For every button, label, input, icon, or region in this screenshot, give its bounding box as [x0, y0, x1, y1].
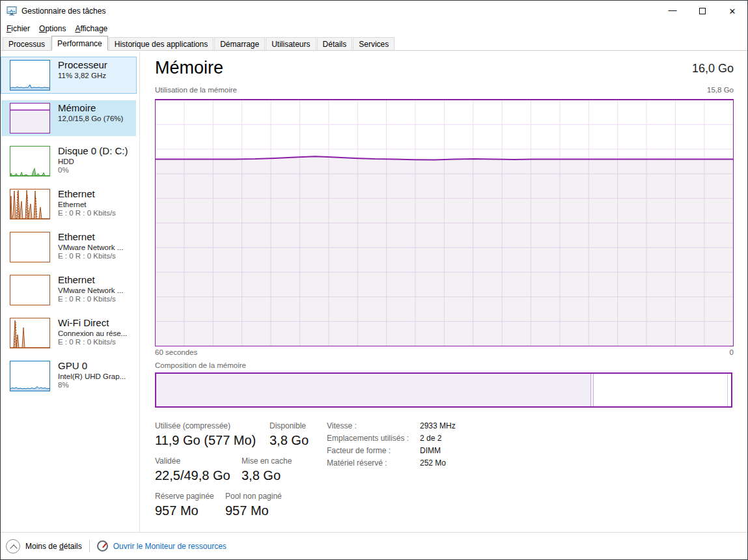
minimize-icon: —: [669, 5, 677, 15]
sidebar-ethernet2-name: VMware Network ...: [58, 244, 135, 251]
composition-used-segment: [156, 374, 591, 406]
time-axis-start: 60 secondes: [155, 348, 197, 356]
sidebar-ethernet2-title: Ethernet: [58, 231, 135, 242]
sidebar-gpu-title: GPU 0: [58, 360, 135, 371]
gpu-mini-chart: [10, 361, 50, 391]
memory-usage-line: [156, 156, 733, 160]
wifi-direct-mini-chart: [10, 318, 50, 348]
stat-committed: Validée 22,5/49,8 Go: [155, 456, 242, 483]
memory-stats: Utilisée (compressée) 11,9 Go (577 Mo) D…: [155, 421, 734, 527]
task-manager-window: Gestionnaire des tâches — ✕ Fichier Opti…: [0, 0, 748, 560]
stat-used: Utilisée (compressée) 11,9 Go (577 Mo): [155, 421, 270, 448]
page-title: Mémoire: [155, 58, 223, 78]
memory-panel: Mémoire 16,0 Go Utilisation de la mémoir…: [140, 51, 747, 532]
menu-options[interactable]: Options: [35, 23, 70, 35]
tab-historique-des-applications[interactable]: Historique des applications: [109, 37, 214, 50]
sidebar-ethernet1-traffic: E : 0 R : 0 Kbits/s: [58, 209, 135, 217]
sidebar-disk-title: Disque 0 (D: C:): [58, 145, 135, 156]
usage-chart-max: 15,8 Go: [707, 86, 734, 94]
sidebar-ethernet1-title: Ethernet: [58, 188, 135, 199]
memory-mini-chart: [10, 103, 50, 133]
stat-available: Disponible 3,8 Go: [270, 421, 309, 448]
sidebar-disk-usage: 0%: [58, 166, 135, 174]
time-axis-end: 0: [730, 348, 734, 356]
sidebar-item-ethernet-1[interactable]: Ethernet Ethernet E : 0 R : 0 Kbits/s: [1, 186, 136, 222]
sidebar-wifi-name: Connexion au rése...: [58, 329, 135, 337]
resource-monitor-icon: [97, 540, 108, 552]
window-title: Gestionnaire des tâches: [21, 7, 105, 16]
sidebar-item-cpu[interactable]: Processeur 11% 3,82 GHz: [1, 57, 136, 93]
memory-total: 16,0 Go: [692, 62, 734, 76]
tab-performance[interactable]: Performance: [51, 36, 108, 51]
tab-strip: Processus Performance Historique des app…: [1, 36, 747, 51]
detail-form-factor: Facteur de forme : DIMM: [327, 446, 456, 455]
taskmanager-icon: [7, 6, 17, 16]
tab-demarrage[interactable]: Démarrage: [214, 37, 265, 50]
ethernet1-mini-chart: [10, 189, 50, 219]
open-resource-monitor-link[interactable]: Ouvrir le Moniteur de ressources: [113, 542, 227, 551]
sidebar-item-ethernet-2[interactable]: Ethernet VMware Network ... E : 0 R : 0 …: [1, 229, 136, 265]
disk-mini-chart: [10, 146, 50, 176]
ethernet2-mini-chart: [10, 232, 50, 262]
maximize-button[interactable]: [687, 1, 717, 21]
sidebar-item-gpu[interactable]: GPU 0 Intel(R) UHD Grap... 8%: [1, 358, 136, 394]
sidebar-wifi-title: Wi-Fi Direct: [58, 317, 135, 328]
cpu-mini-chart: [10, 60, 50, 91]
sidebar-cpu-title: Processeur: [58, 59, 135, 70]
memory-usage-chart: [155, 99, 734, 346]
tab-services[interactable]: Services: [353, 37, 395, 50]
performance-sidebar: Processeur 11% 3,82 GHz Mémoire 12,0/15,…: [1, 51, 139, 532]
maximize-icon: [699, 8, 706, 14]
composition-free-segment: [727, 374, 731, 406]
sidebar-wifi-traffic: E : 0 R : 0 Kbits/s: [58, 338, 135, 346]
detail-speed: Vitesse : 2933 MHz: [327, 421, 456, 430]
close-icon: ✕: [729, 7, 736, 16]
close-button[interactable]: ✕: [717, 1, 747, 21]
composition-label: Composition de la mémoire: [155, 361, 246, 369]
sidebar-gpu-usage: 8%: [58, 381, 135, 389]
tab-processus[interactable]: Processus: [3, 37, 51, 50]
menu-affichage[interactable]: Affichage: [70, 23, 112, 35]
stat-nonpaged-pool: Pool non paginé 957 Mo: [225, 492, 282, 518]
sidebar-item-ethernet-3[interactable]: Ethernet VMware Network ... E : 0 R : 0 …: [1, 272, 136, 308]
sidebar-ethernet3-title: Ethernet: [58, 274, 135, 285]
composition-standby-segment: [594, 374, 727, 406]
tab-details[interactable]: Détails: [317, 37, 353, 50]
tab-utilisateurs[interactable]: Utilisateurs: [266, 37, 316, 50]
sidebar-memory-usage: 12,0/15,8 Go (76%): [58, 115, 135, 122]
menu-bar: Fichier Options Affichage: [1, 21, 747, 35]
sidebar-item-memory[interactable]: Mémoire 12,0/15,8 Go (76%): [1, 100, 136, 136]
title-bar: Gestionnaire des tâches — ✕: [1, 1, 747, 21]
footer-separator: [89, 540, 90, 552]
stat-paged-pool: Réserve paginée 957 Mo: [155, 492, 225, 518]
sidebar-item-disk[interactable]: Disque 0 (D: C:) HDD 0%: [1, 143, 136, 179]
sidebar-ethernet1-name: Ethernet: [58, 201, 135, 208]
memory-composition-bar[interactable]: [155, 372, 732, 408]
minimize-button[interactable]: —: [658, 1, 687, 21]
menu-fichier[interactable]: Fichier: [2, 23, 35, 35]
chevron-up-icon[interactable]: [6, 539, 20, 553]
sidebar-memory-title: Mémoire: [58, 102, 135, 113]
sidebar-ethernet3-name: VMware Network ...: [58, 287, 135, 294]
detail-slots-used: Emplacements utilisés : 2 de 2: [327, 434, 456, 443]
sidebar-cpu-usage: 11% 3,82 GHz: [58, 72, 135, 79]
detail-hardware-reserved: Matériel réservé : 252 Mo: [327, 458, 456, 468]
sidebar-ethernet2-traffic: E : 0 R : 0 Kbits/s: [58, 252, 135, 260]
usage-chart-label: Utilisation de la mémoire: [155, 86, 237, 94]
fewer-details-button[interactable]: Moins de détails: [25, 542, 82, 551]
footer-bar: Moins de détails Ouvrir le Moniteur de r…: [1, 532, 747, 559]
memory-usage-series: [156, 100, 733, 346]
sidebar-disk-type: HDD: [58, 158, 135, 165]
sidebar-gpu-name: Intel(R) UHD Grap...: [58, 372, 135, 380]
sidebar-ethernet3-traffic: E : 0 R : 0 Kbits/s: [58, 295, 135, 303]
memory-usage-area: [156, 156, 733, 346]
memory-details: Vitesse : 2933 MHz Emplacements utilisés…: [327, 421, 456, 471]
sidebar-item-wifi-direct[interactable]: Wi-Fi Direct Connexion au rése... E : 0 …: [1, 315, 136, 351]
ethernet3-mini-chart: [10, 275, 50, 305]
stat-cached: Mise en cache 3,8 Go: [242, 456, 292, 483]
